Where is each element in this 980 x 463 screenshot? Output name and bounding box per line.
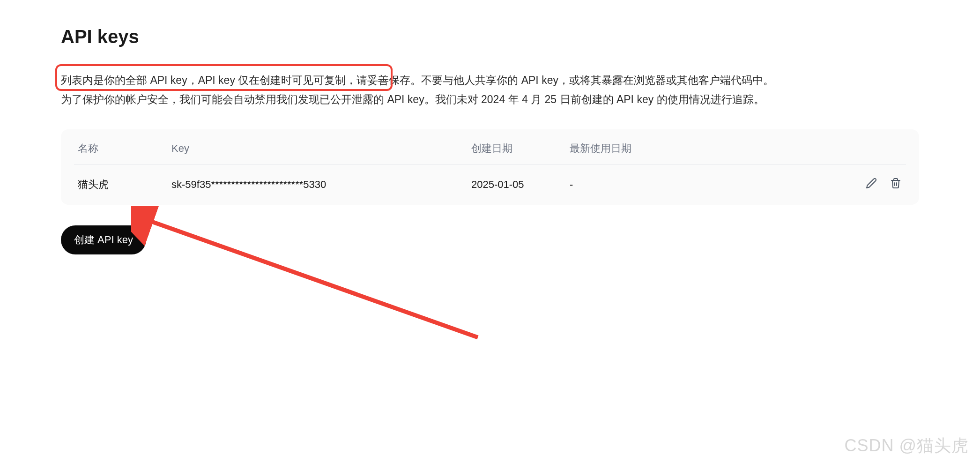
table-header-last-used: 最新使用日期 [566, 129, 674, 164]
table-row: 猫头虎 sk-59f35***********************5330 … [74, 164, 906, 205]
edit-button[interactable] [865, 178, 878, 191]
delete-button[interactable] [889, 178, 902, 191]
cell-key: sk-59f35***********************5330 [168, 164, 468, 205]
cell-actions [674, 164, 906, 205]
table-header-created: 创建日期 [468, 129, 566, 164]
table-header-name: 名称 [74, 129, 168, 164]
create-api-key-button[interactable]: 创建 API key [61, 225, 146, 254]
description-text: 列表内是你的全部 API key，API key 仅在创建时可见可复制，请妥善保… [61, 71, 919, 110]
cell-created: 2025-01-05 [468, 164, 566, 205]
watermark-text: CSDN @猫头虎 [844, 434, 969, 457]
table-header-key: Key [168, 129, 468, 164]
table-header-actions [674, 129, 906, 164]
description-line2: 为了保护你的帐户安全，我们可能会自动禁用我们发现已公开泄露的 API key。我… [61, 93, 765, 105]
description-block: 列表内是你的全部 API key，API key 仅在创建时可见可复制，请妥善保… [61, 71, 919, 110]
description-highlighted-part: 列表内是你的全部 API key，API key 仅在创建时可见可复制，请妥善保… [61, 74, 421, 86]
trash-icon [890, 178, 901, 190]
page-title: API keys [61, 26, 919, 47]
description-rest-line1: 不要与他人共享你的 API key，或将其暴露在浏览器或其他客户端代码中。 [421, 74, 774, 86]
cell-name: 猫头虎 [74, 164, 168, 205]
pencil-icon [866, 178, 877, 190]
api-keys-table-card: 名称 Key 创建日期 最新使用日期 猫头虎 sk-59f35*********… [61, 129, 919, 205]
cell-last-used: - [566, 164, 674, 205]
api-keys-table: 名称 Key 创建日期 最新使用日期 猫头虎 sk-59f35*********… [74, 129, 906, 205]
